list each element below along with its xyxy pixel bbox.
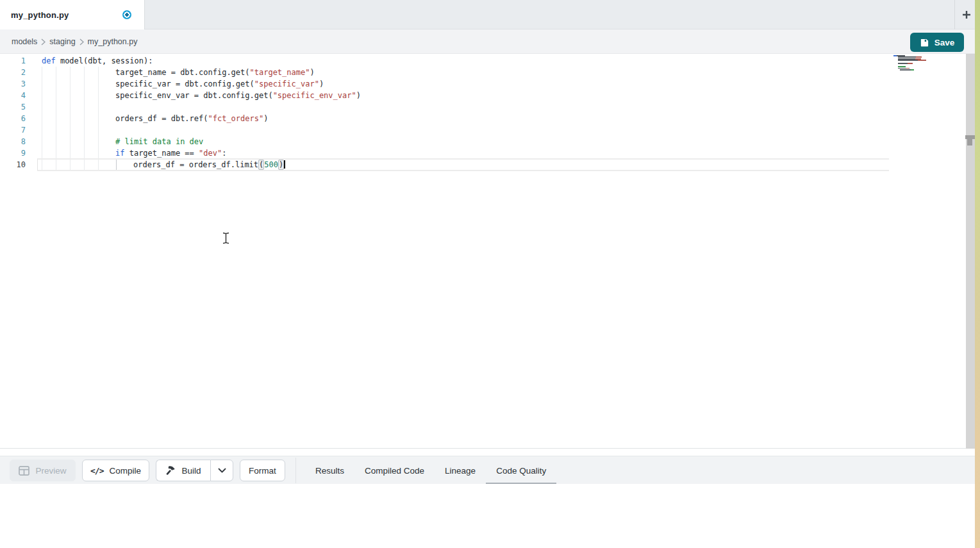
- token-plain: ): [319, 79, 324, 88]
- minimap-segment: [897, 55, 905, 56]
- minimap-segment: [893, 58, 898, 60]
- code-line[interactable]: 3specific_var = dbt.config.get("specific…: [0, 78, 889, 90]
- breadcrumb-item[interactable]: models: [12, 37, 37, 46]
- desktop-wallpaper-edge: [975, 0, 980, 548]
- minimap-segment: [898, 66, 906, 67]
- format-button[interactable]: Format: [240, 460, 285, 481]
- breadcrumb: modelsstagingmy_python.py: [12, 29, 137, 53]
- minimap-segment: [898, 68, 906, 69]
- token-kw: if: [115, 149, 124, 158]
- token-plain: specific_var = dbt.config.get(: [115, 79, 254, 88]
- line-number: 2: [0, 67, 26, 78]
- line-number: 10: [0, 159, 26, 170]
- code-line[interactable]: 10orders_df = orders_df.limit(500): [0, 159, 889, 170]
- minimap-row: [893, 63, 944, 64]
- line-number: 9: [0, 147, 26, 159]
- save-button[interactable]: Save: [910, 33, 964, 52]
- minimap-row: [893, 60, 944, 61]
- token-str: "fct_orders": [208, 114, 264, 123]
- token-plain: specific_env_var = dbt.config.get(: [115, 91, 273, 100]
- minimap-row: [893, 58, 944, 60]
- minimap-segment: [898, 63, 908, 64]
- code-line[interactable]: 8# limit data in dev: [0, 136, 889, 147]
- token-str: "target_name": [250, 68, 310, 77]
- code-line[interactable]: 5: [0, 101, 889, 113]
- minimap-segment: [900, 69, 911, 71]
- build-split-button: Build: [156, 460, 233, 481]
- line-number: 4: [0, 90, 26, 101]
- minimap-segment: [893, 66, 898, 67]
- code-quality-panel: [0, 484, 975, 548]
- preview-button[interactable]: Preview: [10, 460, 76, 481]
- panel-tab-compiled-code[interactable]: Compiled Code: [354, 456, 435, 485]
- token-plain: target_name ==: [124, 149, 199, 158]
- token-str: "specific_env_var": [273, 91, 356, 100]
- minimap-segment: [916, 56, 922, 58]
- save-icon: [920, 38, 929, 47]
- code-lines: 1def model(dbt, session):2target_name = …: [0, 55, 889, 170]
- minimap-row: [893, 62, 944, 63]
- minimap-row: [893, 65, 944, 66]
- format-button-label: Format: [249, 466, 276, 476]
- code-line[interactable]: 1def model(dbt, session):: [0, 55, 889, 67]
- build-button[interactable]: Build: [156, 460, 210, 481]
- compile-button-label: Compile: [109, 466, 141, 476]
- breadcrumb-bar: modelsstagingmy_python.py Save: [0, 29, 975, 54]
- tab-my-python-py[interactable]: my_python.py: [0, 0, 145, 29]
- table-icon: [19, 466, 29, 476]
- minimap-segment: [915, 58, 921, 60]
- panel-tab-lineage[interactable]: Lineage: [435, 456, 486, 485]
- code-line[interactable]: 7: [0, 124, 889, 136]
- token-plain: orders_df = dbt.ref(: [115, 114, 208, 123]
- token-num: 500: [264, 160, 278, 169]
- token-plain: :: [222, 149, 226, 158]
- minimap-segment: [893, 60, 898, 61]
- minimap-segment: [893, 63, 898, 64]
- code-text: specific_var = dbt.config.get("specific_…: [0, 78, 324, 90]
- code-line[interactable]: 2target_name = dbt.config.get("target_na…: [0, 67, 889, 78]
- token-str: "dev": [199, 149, 222, 158]
- token-brkt: ): [278, 160, 284, 170]
- tab-title: my_python.py: [11, 10, 69, 20]
- editor-scrollbar[interactable]: [966, 54, 975, 449]
- breadcrumb-item[interactable]: staging: [49, 37, 75, 46]
- save-button-label: Save: [934, 38, 955, 47]
- new-tab-button[interactable]: [958, 6, 975, 23]
- minimap-row: [893, 66, 944, 67]
- result-panel-tabs: ResultsCompiled CodeLineageCode Quality: [305, 456, 556, 485]
- line-number: 1: [0, 55, 26, 67]
- minimap-segment: [893, 68, 898, 69]
- token-str: "specific_var": [254, 79, 319, 88]
- divider: [954, 0, 955, 29]
- code-text: orders_df = dbt.ref("fct_orders"): [0, 113, 268, 124]
- text-cursor-pointer-icon: [222, 232, 230, 246]
- code-line[interactable]: 4specific_env_var = dbt.config.get("spec…: [0, 90, 889, 101]
- token-plain: orders_df = orders_df.limit: [133, 160, 258, 169]
- panel-tab-code-quality[interactable]: Code Quality: [486, 456, 556, 485]
- code-line[interactable]: 9if target_name == "dev":: [0, 147, 889, 159]
- code-line[interactable]: 6orders_df = dbt.ref("fct_orders"): [0, 113, 889, 124]
- minimap-segment: [911, 69, 914, 71]
- line-number: 3: [0, 78, 26, 90]
- minimap-segment: [898, 56, 916, 58]
- token-plain: target_name = dbt.config.get(: [115, 68, 250, 77]
- code-text: orders_df = orders_df.limit(500): [0, 159, 285, 170]
- scrollbar-marker-stem[interactable]: [967, 139, 972, 145]
- code-icon: </>: [90, 466, 103, 476]
- chevron-right-icon: [41, 38, 46, 46]
- code-text: # limit data in dev: [0, 136, 203, 147]
- minimap-row: [893, 56, 944, 58]
- breadcrumb-item[interactable]: my_python.py: [88, 37, 138, 46]
- action-toolbar: Preview </> Compile Build Format: [0, 456, 975, 484]
- minimap-segment: [893, 56, 898, 58]
- minimap[interactable]: [893, 55, 944, 71]
- token-kw: def: [42, 56, 56, 65]
- code-text: specific_env_var = dbt.config.get("speci…: [0, 90, 361, 101]
- panel-tab-results[interactable]: Results: [305, 456, 354, 485]
- code-editor[interactable]: 1def model(dbt, session):2target_name = …: [0, 54, 975, 449]
- build-options-dropdown-button[interactable]: [210, 460, 233, 481]
- compile-button[interactable]: </> Compile: [82, 460, 149, 481]
- line-number: 6: [0, 113, 26, 124]
- minimap-row: [893, 69, 944, 71]
- line-number: 5: [0, 101, 26, 113]
